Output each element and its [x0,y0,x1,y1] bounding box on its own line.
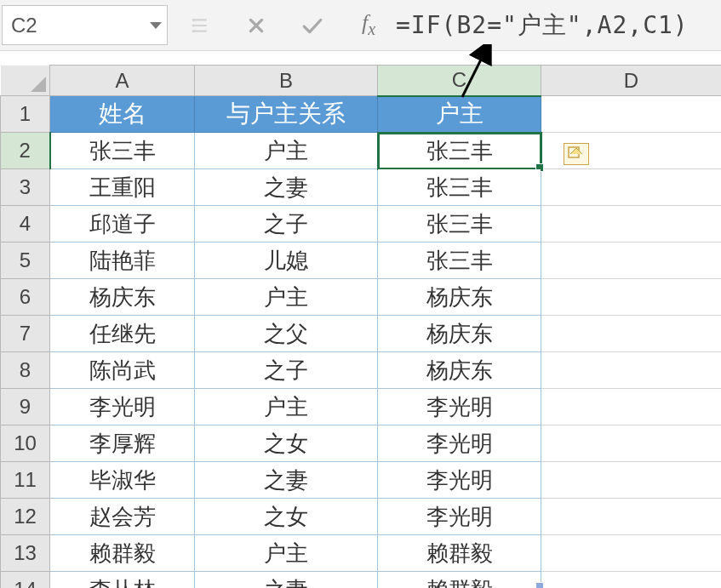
cell-A8[interactable]: 陈尚武 [50,352,195,389]
cell-C2[interactable]: 张三丰 [378,133,541,169]
cell-C4[interactable]: 张三丰 [378,206,541,243]
cell-A6[interactable]: 杨庆东 [50,279,195,316]
cell-C9[interactable]: 李光明 [378,389,541,425]
cell-C5[interactable]: 张三丰 [378,243,541,279]
cell-D5[interactable] [541,243,722,279]
spreadsheet-grid[interactable]: A B C D 1姓名与户主关系户主2张三丰户主张三丰3王重阳之妻张三丰4邱道子… [0,65,721,588]
row-header-1[interactable]: 1 [1,96,50,133]
cell-B6[interactable]: 户主 [195,279,378,316]
cell-B7[interactable]: 之父 [195,316,378,352]
cell-A10[interactable]: 李厚辉 [50,425,195,462]
cell-C10[interactable]: 李光明 [378,425,541,462]
col-header-D[interactable]: D [541,66,722,96]
cell-D6[interactable] [541,279,722,316]
col-header-B[interactable]: B [195,66,378,96]
cell-D8[interactable] [541,352,722,389]
svg-point-1 [192,24,195,26]
row-header-3[interactable]: 3 [1,169,50,206]
row-header-14[interactable]: 14 [1,572,50,589]
row-header-2[interactable]: 2 [1,133,50,169]
cell-D13[interactable] [541,535,722,572]
cell-D3[interactable] [541,169,722,206]
formula-bar-buttons: fx [185,10,384,41]
cell-D12[interactable] [541,499,722,535]
cell-B2[interactable]: 户主 [195,133,378,169]
name-box-dropdown-icon[interactable] [150,22,162,29]
cell-A2[interactable]: 张三丰 [50,133,195,169]
cell-C14[interactable]: 赖群毅 [378,572,541,589]
enter-icon[interactable] [297,10,328,41]
cell-D11[interactable] [541,462,722,499]
cell-A13[interactable]: 赖群毅 [50,535,195,572]
cell-C7[interactable]: 杨庆东 [378,316,541,352]
cell-C6[interactable]: 杨庆东 [378,279,541,316]
header-cell-A[interactable]: 姓名 [50,96,195,133]
cell-A4[interactable]: 邱道子 [50,206,195,243]
cell-B8[interactable]: 之子 [195,352,378,389]
cell-B14[interactable]: 之妻 [195,572,378,589]
svg-point-2 [192,29,195,31]
col-header-C[interactable]: C [378,66,541,96]
cell-C3[interactable]: 张三丰 [378,169,541,206]
autofill-options-icon[interactable] [564,143,589,165]
cell-A12[interactable]: 赵会芳 [50,499,195,535]
row-header-5[interactable]: 5 [1,243,50,279]
cell-C11[interactable]: 李光明 [378,462,541,499]
indent-icon [185,10,215,41]
fx-icon[interactable]: fx [353,10,384,41]
cell-A9[interactable]: 李光明 [50,389,195,425]
cancel-icon[interactable] [241,10,272,41]
cell-C8[interactable]: 杨庆东 [378,352,541,389]
cell-B10[interactable]: 之女 [195,425,378,462]
cell-D10[interactable] [541,425,722,462]
header-cell-C[interactable]: 户主 [378,96,541,133]
header-cell-B[interactable]: 与户主关系 [195,96,378,133]
row-header-11[interactable]: 11 [1,462,50,499]
select-all-corner[interactable] [1,66,50,96]
formula-text: =IF(B2="户主",A2,C1) [396,9,689,42]
cell-B12[interactable]: 之女 [195,499,378,535]
formula-input[interactable]: =IF(B2="户主",A2,C1) [396,5,721,45]
cell-B4[interactable]: 之子 [195,206,378,243]
cell-B13[interactable]: 户主 [195,535,378,572]
svg-point-0 [192,18,195,20]
row-header-9[interactable]: 9 [1,389,50,425]
formula-bar: C2 fx =IF(B2="户主",A2,C1) [0,0,721,51]
cell-B3[interactable]: 之妻 [195,169,378,206]
row-header-12[interactable]: 12 [1,499,50,535]
cell-B9[interactable]: 户主 [195,389,378,425]
cell-A11[interactable]: 毕淑华 [50,462,195,499]
cell-B11[interactable]: 之妻 [195,462,378,499]
cell-A5[interactable]: 陆艳菲 [50,243,195,279]
row-header-6[interactable]: 6 [1,279,50,316]
cell-C12[interactable]: 李光明 [378,499,541,535]
cell-D1[interactable] [541,96,722,133]
name-box[interactable]: C2 [2,5,168,45]
cell-C13[interactable]: 赖群毅 [378,535,541,572]
row-header-8[interactable]: 8 [1,352,50,389]
cell-D14[interactable] [541,572,722,589]
name-box-value: C2 [11,14,37,37]
row-header-4[interactable]: 4 [1,206,50,243]
row-header-10[interactable]: 10 [1,425,50,462]
cell-D9[interactable] [541,389,722,425]
range-fill-handle[interactable] [535,582,544,588]
cell-B5[interactable]: 儿媳 [195,243,378,279]
cell-A3[interactable]: 王重阳 [50,169,195,206]
cell-A7[interactable]: 任继先 [50,316,195,352]
cell-A14[interactable]: 李从林 [50,572,195,589]
row-header-7[interactable]: 7 [1,316,50,352]
col-header-A[interactable]: A [50,66,195,96]
cell-D4[interactable] [541,206,722,243]
cell-D7[interactable] [541,316,722,352]
row-header-13[interactable]: 13 [1,535,50,572]
